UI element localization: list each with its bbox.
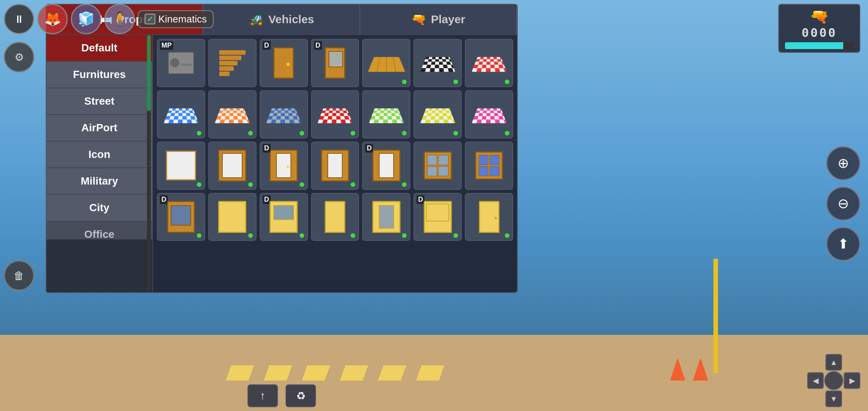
grid-item-door-yellow-plain[interactable] <box>311 193 359 241</box>
sidebar: Default Furnitures Street AirPort Icon M… <box>46 35 153 292</box>
right-controls: 🔫 0000 ⊕ ⊖ ⬆ ▲ ▼ ◀ ▶ <box>778 0 860 411</box>
sidebar-item-street[interactable]: Street <box>46 88 152 115</box>
grid-item-door-yellow-side[interactable] <box>208 193 257 241</box>
grid-item-door-frame-door2[interactable]: D <box>362 142 410 190</box>
grid-item-window-blue2[interactable] <box>465 142 513 190</box>
sidebar-item-airport[interactable]: AirPort <box>46 115 152 142</box>
grid-item-checker-orange[interactable] <box>208 90 257 139</box>
upload-button[interactable]: ⬆ <box>826 227 860 261</box>
checker-rw-shape <box>472 57 507 72</box>
recycle-button[interactable]: ♻ <box>286 384 316 407</box>
item-visual-plank <box>368 44 405 81</box>
grid-item-checker-blue[interactable] <box>157 90 205 139</box>
bottom-bar: ↑ ♻ <box>46 384 518 407</box>
up-arrow-icon: ↑ <box>260 390 265 402</box>
grid-item-door-frame-open[interactable] <box>208 142 257 190</box>
item-visual-door-yellow-open <box>368 198 405 236</box>
kinematics-label: Kinematics <box>158 13 207 25</box>
grid-item-checker-red[interactable] <box>311 90 359 139</box>
pause-button[interactable]: ⏸ <box>4 4 34 34</box>
dpad-up-button[interactable]: ▲ <box>825 354 842 371</box>
green-dot <box>351 182 355 187</box>
dpad-down-button[interactable]: ▼ <box>825 390 842 407</box>
green-dot <box>505 233 509 238</box>
grid-item-plank[interactable] <box>362 39 410 87</box>
grid-item-door-yellow3[interactable] <box>465 193 513 241</box>
sidebar-item-office[interactable]: Office <box>46 221 152 240</box>
grid-item-door-yellow-open[interactable] <box>362 193 410 241</box>
grid-item-door-frame-door[interactable]: D <box>260 142 308 190</box>
sidebar-item-default[interactable]: Default <box>46 35 152 62</box>
checker-blue2-shape <box>266 108 301 123</box>
dpad-right-button[interactable]: ▶ <box>844 372 860 389</box>
dpad-left-icon: ◀ <box>813 376 819 385</box>
green-dot <box>402 182 407 187</box>
grid-item-door-blue-side[interactable]: D <box>157 193 205 241</box>
item-visual-checker-pink <box>470 96 507 133</box>
item-visual-checker-orange <box>214 96 251 133</box>
health-bar <box>785 42 843 49</box>
tab-player[interactable]: 🔫 Player <box>360 5 517 34</box>
grid-item-checker-green[interactable] <box>362 90 410 139</box>
tools-button[interactable]: ⚙ <box>4 42 34 72</box>
green-dot <box>402 131 407 135</box>
dpad-left-button[interactable]: ◀ <box>807 372 824 389</box>
item-visual-checker-rw <box>470 44 507 81</box>
item-label-d1: D <box>263 41 271 50</box>
item-label-d2: D <box>314 41 322 50</box>
zoom-in-button[interactable]: ⊕ <box>826 146 860 180</box>
item-visual-checker-red <box>316 96 354 133</box>
content-grid: MP <box>153 35 517 292</box>
item-visual-radio <box>162 44 199 81</box>
green-dot <box>453 233 458 238</box>
grid-item-radio[interactable]: MP <box>157 39 205 87</box>
upload-icon: ⬆ <box>838 236 849 252</box>
door-yellow3-shape <box>479 201 499 233</box>
zoom-out-button[interactable]: ⊖ <box>826 186 860 221</box>
player-tab-icon: 🔫 <box>411 12 426 27</box>
gun-icon: 🔫 <box>785 8 854 25</box>
tab-player-label: Player <box>431 13 465 26</box>
sidebar-item-icon[interactable]: Icon <box>46 142 152 168</box>
grid-item-wall-white[interactable] <box>157 142 205 190</box>
sidebar-item-military[interactable]: Military <box>46 168 152 195</box>
sidebar-scrollbar[interactable] <box>147 35 151 292</box>
grid-item-door-glass[interactable]: D <box>311 39 359 87</box>
green-dot <box>248 233 253 238</box>
item-visual-checker-blue <box>162 96 199 133</box>
door-glass-shape <box>325 47 345 79</box>
grid-item-checker-rw[interactable] <box>465 39 513 87</box>
grid-item-checker-bw[interactable] <box>413 39 462 87</box>
grid-item-door-wood[interactable]: D <box>260 39 308 87</box>
item-visual-stairs <box>214 44 251 81</box>
road-stripe <box>226 365 460 381</box>
vehicles-tab-icon: 🚜 <box>249 12 264 27</box>
item-visual-checker-yellow <box>419 96 456 133</box>
item-visual-door-wood <box>265 44 302 81</box>
dpad: ▲ ▼ ◀ ▶ <box>807 354 860 407</box>
grid-item-door-frame-open2[interactable] <box>311 142 359 190</box>
green-dot <box>300 131 304 135</box>
scroll-up-button[interactable]: ↑ <box>247 384 278 407</box>
green-dot <box>505 80 509 84</box>
green-dot <box>505 131 509 135</box>
grid-item-door-yellow2[interactable]: D <box>413 193 462 241</box>
tab-vehicles[interactable]: 🚜 Vehicles <box>203 5 360 34</box>
grid-item-checker-yellow[interactable] <box>413 90 462 139</box>
grid-item-door-yellow-glass[interactable]: D <box>260 193 308 241</box>
grid-item-checker-pink[interactable] <box>465 90 513 139</box>
kinematics-toggle[interactable]: ✓ Kinematics <box>138 10 214 28</box>
dpad-down-icon: ▼ <box>830 395 838 403</box>
tools-icon: ⚙ <box>14 51 24 64</box>
grid-item-stairs[interactable] <box>208 39 257 87</box>
sidebar-item-furnitures[interactable]: Furnitures <box>46 62 152 88</box>
delete-button[interactable]: 🗑 <box>4 260 34 291</box>
checker-blue-shape <box>164 108 199 123</box>
item-visual-door-yellow-side <box>214 198 251 236</box>
avatar-icon: 🦊 <box>37 4 68 34</box>
grid-item-window-blue[interactable] <box>413 142 462 190</box>
sidebar-scrollbar-thumb <box>147 35 151 111</box>
sidebar-item-city[interactable]: City <box>46 195 152 221</box>
grid-item-checker-blue2[interactable] <box>260 90 308 139</box>
checker-bw-shape <box>420 57 455 72</box>
